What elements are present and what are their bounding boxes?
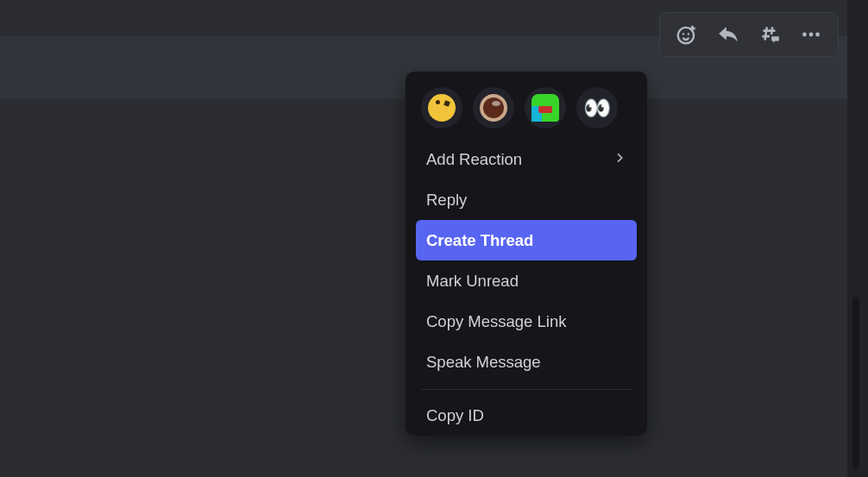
add-reaction-button[interactable]: [676, 23, 698, 46]
menu-item-create-thread[interactable]: Create Thread: [416, 220, 637, 260]
menu-item-label: Mark Unread: [426, 272, 519, 291]
menu-item-label: Copy Message Link: [426, 312, 566, 331]
reply-arrow-icon: [717, 23, 739, 46]
chevron-right-icon: [613, 150, 626, 169]
quick-reaction-pepe[interactable]: [525, 87, 566, 129]
menu-item-mark-unread[interactable]: Mark Unread: [416, 260, 637, 301]
svg-point-3: [802, 33, 807, 37]
menu-item-reply[interactable]: Reply: [416, 179, 637, 220]
svg-point-1: [682, 33, 684, 35]
menu-item-label: Copy ID: [426, 406, 484, 425]
thinking-face-icon: [428, 94, 456, 122]
menu-item-label: Create Thread: [426, 231, 533, 250]
coffee-ring-icon: [480, 94, 507, 122]
menu-separator: [421, 389, 632, 390]
message-action-toolbar: [659, 12, 839, 57]
quick-reaction-eyes[interactable]: 👀: [576, 87, 618, 129]
reply-button[interactable]: [717, 23, 739, 46]
thread-hash-icon: [758, 23, 781, 46]
ellipsis-icon: [800, 23, 822, 46]
menu-item-label: Add Reaction: [426, 150, 522, 169]
menu-item-add-reaction[interactable]: Add Reaction: [416, 139, 637, 179]
svg-point-5: [815, 33, 820, 37]
pepe-laugh-icon: [531, 94, 559, 122]
message-context-menu: 👀 Add Reaction Reply Create Thread Mark …: [406, 72, 647, 436]
member-list-strip: [847, 0, 868, 477]
menu-item-label: Speak Message: [426, 353, 541, 372]
quick-reaction-row: 👀: [416, 82, 637, 139]
svg-point-2: [688, 33, 689, 35]
quick-reaction-thinking[interactable]: [421, 87, 462, 129]
quick-reaction-coffee[interactable]: [473, 87, 514, 129]
more-actions-button[interactable]: [800, 23, 822, 46]
menu-item-label: Reply: [426, 191, 467, 210]
emoji-plus-icon: [676, 23, 698, 46]
menu-item-speak[interactable]: Speak Message: [416, 342, 637, 382]
svg-point-4: [809, 33, 814, 37]
menu-item-copy-id[interactable]: Copy ID: [416, 395, 637, 436]
menu-item-copy-link[interactable]: Copy Message Link: [416, 301, 637, 342]
create-thread-button[interactable]: [758, 23, 781, 46]
eyes-icon: 👀: [583, 97, 611, 119]
